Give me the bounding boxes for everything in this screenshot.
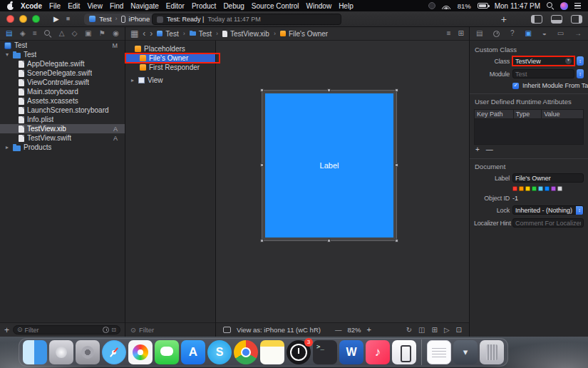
menu-clock[interactable]: Mon 11:47 PM xyxy=(495,2,540,10)
tree-row-project[interactable]: Test M xyxy=(0,41,125,50)
toggle-debug-area-button[interactable] xyxy=(551,15,562,24)
class-field[interactable]: TestView ▾ xyxy=(512,56,574,66)
tree-row-file[interactable]: Assets.xcassets xyxy=(0,96,125,106)
skype-icon[interactable]: S xyxy=(207,340,232,364)
downloads-folder-icon[interactable]: ▾ xyxy=(453,340,478,364)
canvas-area[interactable]: Label xyxy=(216,41,469,322)
safari-icon[interactable] xyxy=(102,340,126,364)
breakpoint-navigator-icon[interactable]: ⚑ xyxy=(99,30,105,37)
resolve-autolayout-icon[interactable]: ▷ xyxy=(444,327,450,334)
window-zoom-button[interactable] xyxy=(32,15,40,23)
tree-row-file[interactable]: SceneDelegate.swift xyxy=(0,68,125,78)
module-field[interactable]: Test xyxy=(512,69,574,78)
window-minimize-button[interactable] xyxy=(19,15,27,23)
recent-files-icon[interactable] xyxy=(103,327,109,333)
tree-row-file[interactable]: LaunchScreen.storyboard xyxy=(0,106,125,115)
module-dropdown-button[interactable]: ↕ xyxy=(577,69,584,78)
terminal-icon[interactable] xyxy=(313,340,337,364)
tree-row-file[interactable]: AppDelegate.swift xyxy=(0,59,125,68)
outline-files-owner[interactable]: File's Owner xyxy=(125,53,215,63)
remove-attribute-button[interactable]: — xyxy=(486,146,493,153)
navigator-filter-input[interactable]: ⊙ Filter ⊡ xyxy=(13,325,120,334)
outline-view-item[interactable]: ▸ View xyxy=(125,76,215,85)
align-icon[interactable]: ◫ xyxy=(418,327,425,334)
scm-status-filter-icon[interactable]: ⊡ xyxy=(111,327,116,333)
disclosure-closed-icon[interactable]: ▸ xyxy=(4,145,10,150)
add-editor-icon[interactable]: ⊞ xyxy=(458,30,464,37)
quick-help-inspector-tab[interactable]: ? xyxy=(510,30,515,37)
trash-icon[interactable] xyxy=(480,340,504,364)
resize-handle[interactable] xyxy=(327,88,331,92)
update-frames-icon[interactable]: ↻ xyxy=(406,327,412,334)
menu-extra-icon[interactable] xyxy=(428,2,435,9)
breadcrumb-group[interactable]: Test xyxy=(190,30,212,38)
document-label-field[interactable]: File's Owner xyxy=(512,173,584,183)
resize-handle[interactable] xyxy=(395,163,398,167)
tree-row-file-selected[interactable]: TestView.xib A xyxy=(0,124,125,133)
view-background[interactable]: Label xyxy=(265,93,393,237)
lock-popup[interactable]: Inherited - (Nothing) ↕ xyxy=(512,205,584,215)
attributes-inspector-tab[interactable]: ◒ xyxy=(542,30,547,37)
apple-menu-icon[interactable] xyxy=(7,1,14,10)
tree-row-file[interactable]: Info.plist xyxy=(0,115,125,124)
resize-handle[interactable] xyxy=(395,88,398,92)
menu-editor[interactable]: Editor xyxy=(166,2,185,10)
connections-inspector-tab[interactable]: → xyxy=(574,30,582,37)
app-store-icon[interactable]: A xyxy=(181,340,205,364)
marker-color-swatch[interactable] xyxy=(538,186,543,191)
toggle-navigator-button[interactable] xyxy=(531,15,542,24)
resize-handle[interactable] xyxy=(260,239,264,242)
back-button[interactable]: ‹ xyxy=(143,29,145,38)
breadcrumb-file[interactable]: TestView.xib xyxy=(222,30,269,38)
issue-navigator-icon[interactable]: △ xyxy=(59,30,65,37)
xib-view[interactable]: Label xyxy=(262,90,397,241)
device-preview-icon[interactable] xyxy=(223,327,231,333)
test-navigator-icon[interactable]: ◇ xyxy=(72,30,78,37)
history-inspector-tab[interactable] xyxy=(493,31,500,37)
notification-center-icon[interactable] xyxy=(574,3,581,9)
marker-color-swatch[interactable] xyxy=(551,186,556,191)
wifi-icon[interactable] xyxy=(442,3,451,9)
notes-icon[interactable] xyxy=(260,340,284,364)
chrome-icon[interactable] xyxy=(234,340,258,364)
add-file-button[interactable]: + xyxy=(4,326,9,334)
marker-color-swatch[interactable] xyxy=(532,186,537,191)
editor-options-icon[interactable]: ≡ xyxy=(447,30,451,37)
class-dropdown-button[interactable]: ↕ xyxy=(577,56,584,66)
marker-color-swatch[interactable] xyxy=(545,186,550,191)
music-icon[interactable]: ♪ xyxy=(366,340,390,364)
project-navigator-icon[interactable]: ▤ xyxy=(6,30,12,37)
menu-xcode[interactable]: Xcode xyxy=(21,2,42,10)
localizer-hint-field[interactable]: Comment For Localizer xyxy=(512,218,584,228)
tree-row-group[interactable]: ▸ Products xyxy=(0,143,125,152)
spotlight-icon[interactable] xyxy=(547,2,554,9)
siri-icon[interactable] xyxy=(560,2,568,10)
zoom-level[interactable]: 82% xyxy=(347,326,361,334)
zoom-out-button[interactable]: — xyxy=(335,327,342,334)
tree-row-file[interactable]: Main.storyboard xyxy=(0,87,125,96)
menu-file[interactable]: File xyxy=(49,2,61,10)
breadcrumb-object[interactable]: File's Owner xyxy=(280,30,328,38)
source-control-navigator-icon[interactable]: ◈ xyxy=(20,30,26,37)
outline-filter-bar[interactable]: ⊙ Filter xyxy=(125,322,215,337)
symbol-navigator-icon[interactable]: ≡ xyxy=(33,30,37,37)
runtime-attributes-body[interactable] xyxy=(474,119,584,145)
photos-icon[interactable] xyxy=(128,340,153,364)
finder-icon[interactable] xyxy=(23,340,47,364)
add-constraints-icon[interactable]: ⊞ xyxy=(432,327,438,334)
menu-window[interactable]: Window xyxy=(306,2,332,10)
outline-toggle-icon[interactable]: ▦ xyxy=(130,29,138,38)
disclosure-closed-icon[interactable]: ▸ xyxy=(130,78,135,83)
forward-button[interactable]: › xyxy=(150,29,153,38)
resize-handle[interactable] xyxy=(260,88,264,92)
word-icon[interactable]: W xyxy=(339,340,363,364)
outline-placeholders-header[interactable]: Placeholders xyxy=(125,44,215,53)
breadcrumb-project[interactable]: Test xyxy=(157,30,178,38)
launchpad-icon[interactable] xyxy=(49,340,73,364)
menu-source-control[interactable]: Source Control xyxy=(252,2,299,10)
view-label[interactable]: Label xyxy=(320,161,339,170)
resize-handle[interactable] xyxy=(395,239,398,242)
embed-icon[interactable]: ⊡ xyxy=(456,327,462,334)
outline-first-responder[interactable]: First Responder xyxy=(125,63,215,72)
add-attribute-button[interactable]: + xyxy=(475,146,480,153)
